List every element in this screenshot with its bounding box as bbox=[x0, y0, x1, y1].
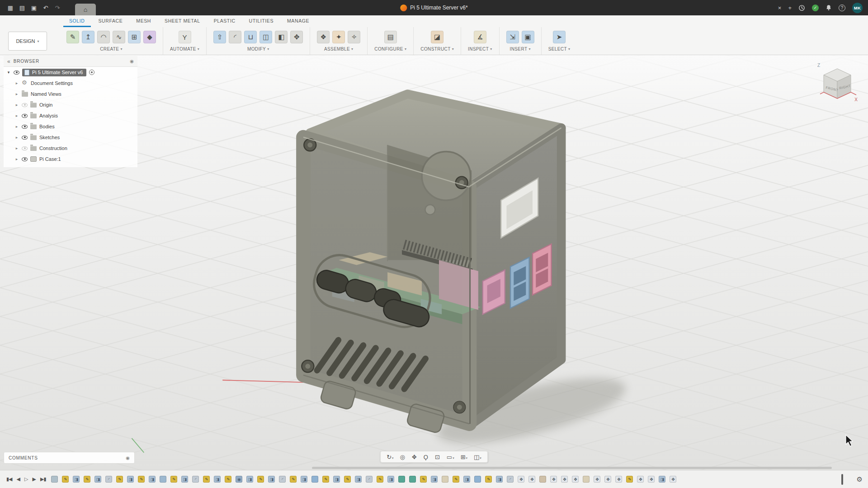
redo-icon[interactable]: ↷ bbox=[52, 0, 63, 15]
timeline-scrollbar[interactable] bbox=[312, 467, 832, 469]
visibility-eye-icon[interactable] bbox=[22, 136, 28, 140]
timeline-feature-icon[interactable] bbox=[409, 476, 416, 483]
app-menu-icon[interactable]: ▦ bbox=[5, 0, 16, 15]
timeline-feature-icon[interactable] bbox=[507, 476, 514, 483]
timeline-feature-icon[interactable] bbox=[561, 476, 568, 483]
rectangular-pattern-icon[interactable]: ⊞ bbox=[128, 31, 141, 43]
timeline-feature-icon[interactable] bbox=[105, 476, 112, 483]
timeline-feature-icon[interactable] bbox=[398, 476, 405, 483]
step-forward-button[interactable]: ▶ bbox=[31, 476, 36, 482]
pan-icon[interactable]: ✥ bbox=[410, 453, 420, 461]
expand-arrow-icon[interactable]: ▸ bbox=[14, 113, 19, 118]
expand-arrow-icon[interactable]: ▸ bbox=[14, 157, 19, 161]
viewports-icon[interactable]: ◫▾ bbox=[472, 453, 484, 461]
workspace-selector[interactable]: DESIGN▾ bbox=[8, 32, 47, 51]
browser-item[interactable]: ▸ Analysis bbox=[4, 110, 137, 121]
workspace-tab[interactable]: PLASTIC bbox=[208, 15, 241, 27]
timeline-feature-icon[interactable] bbox=[377, 476, 383, 483]
comments-bar[interactable]: COMMENTS ◉ bbox=[4, 452, 135, 464]
viewcube[interactable]: Z FRONT RIGHT X bbox=[815, 60, 860, 115]
help-icon[interactable]: ? bbox=[839, 5, 845, 11]
create-sketch-icon[interactable]: ✎ bbox=[66, 31, 79, 43]
timeline-feature-icon[interactable] bbox=[160, 476, 166, 483]
workspace-tab[interactable]: MESH bbox=[130, 15, 157, 27]
insert-menu[interactable]: INSERT▾ bbox=[510, 47, 531, 52]
timeline-feature-icon[interactable] bbox=[94, 476, 101, 483]
close-tab-icon[interactable]: × bbox=[778, 5, 782, 11]
browser-item[interactable]: ▸ Origin bbox=[4, 99, 137, 110]
automate-menu[interactable]: AUTOMATE▾ bbox=[170, 47, 199, 52]
visibility-eye-icon[interactable] bbox=[22, 103, 28, 107]
timeline-feature-icon[interactable] bbox=[333, 476, 340, 483]
timeline-feature-icon[interactable] bbox=[550, 476, 557, 483]
timeline-feature-icon[interactable] bbox=[84, 476, 90, 483]
profile-badge[interactable]: MK bbox=[852, 3, 863, 13]
timeline-feature-icon[interactable] bbox=[51, 476, 58, 483]
revolve-icon[interactable]: ◠ bbox=[97, 31, 110, 43]
timeline-feature-icon[interactable] bbox=[539, 476, 546, 483]
timeline-feature-icon[interactable] bbox=[594, 476, 600, 483]
display-settings-icon[interactable]: ▭▾ bbox=[444, 453, 457, 461]
visibility-eye-icon[interactable] bbox=[22, 157, 28, 161]
joint-icon[interactable]: ✦ bbox=[332, 31, 345, 43]
save-icon[interactable]: ▣ bbox=[28, 0, 40, 15]
zoom-icon[interactable]: Ϙ bbox=[421, 453, 431, 461]
file-menu-icon[interactable]: ▤ bbox=[16, 0, 28, 15]
workspace-tab[interactable]: MANAGE bbox=[281, 15, 315, 27]
construct-menu[interactable]: CONSTRUCT▾ bbox=[420, 47, 454, 52]
root-selection-highlight[interactable]: Pi 5 Ultimate Server v6 bbox=[22, 69, 86, 76]
expand-arrow-icon[interactable]: ▸ bbox=[14, 124, 19, 129]
timeline-feature-icon[interactable] bbox=[62, 476, 69, 483]
configure-menu[interactable]: CONFIGURE▾ bbox=[374, 47, 406, 52]
create-menu[interactable]: CREATE▾ bbox=[100, 47, 123, 52]
browser-item[interactable]: ▸ Named Views bbox=[4, 89, 137, 99]
workspace-tab[interactable]: SHEET METAL bbox=[159, 15, 206, 27]
move-copy-icon[interactable]: ✥ bbox=[290, 31, 303, 43]
go-to-end-button[interactable]: ▶▮ bbox=[39, 476, 47, 482]
browser-item[interactable]: ▸ Sketches bbox=[4, 132, 137, 143]
visibility-eye-icon[interactable] bbox=[22, 125, 28, 129]
timeline-feature-icon[interactable] bbox=[648, 476, 655, 483]
timeline-feature-icon[interactable] bbox=[485, 476, 492, 483]
job-status-icon[interactable]: ✓ bbox=[812, 5, 819, 11]
timeline-settings-icon[interactable]: ⚙ bbox=[857, 475, 863, 483]
timeline-position-marker[interactable] bbox=[841, 474, 843, 485]
timeline-feature-icon[interactable] bbox=[170, 476, 177, 483]
new-tab-icon[interactable]: + bbox=[788, 5, 792, 11]
expand-arrow-icon[interactable]: ▾ bbox=[6, 70, 11, 75]
browser-item[interactable]: ▸ Pi Case:1 bbox=[4, 154, 137, 164]
timeline-feature-icon[interactable] bbox=[127, 476, 134, 483]
undo-icon[interactable]: ↶ bbox=[40, 0, 52, 15]
timeline-feature-icon[interactable] bbox=[453, 476, 459, 483]
timeline-feature-icon[interactable] bbox=[279, 476, 286, 483]
timeline-feature-icon[interactable] bbox=[637, 476, 644, 483]
visibility-eye-icon[interactable] bbox=[22, 114, 28, 118]
timeline-feature-icon[interactable] bbox=[225, 476, 231, 483]
sweep-icon[interactable]: ∿ bbox=[113, 31, 125, 43]
fit-icon[interactable]: ⊡ bbox=[433, 453, 443, 461]
notifications-bell-icon[interactable] bbox=[826, 5, 832, 11]
timeline-feature-icon[interactable] bbox=[149, 476, 156, 483]
timeline-feature-icon[interactable] bbox=[290, 476, 297, 483]
inspect-menu[interactable]: INSPECT▾ bbox=[468, 47, 492, 52]
timeline-feature-icon[interactable] bbox=[604, 476, 611, 483]
visibility-eye-icon[interactable] bbox=[22, 146, 28, 150]
insert-derive-icon[interactable]: ⇲ bbox=[506, 31, 519, 43]
timeline-feature-icon[interactable] bbox=[355, 476, 362, 483]
construct-plane-icon[interactable]: ◪ bbox=[431, 31, 443, 43]
joint-origin-icon[interactable]: ✧ bbox=[348, 31, 360, 43]
timeline-feature-icon[interactable] bbox=[626, 476, 633, 483]
timeline-feature-icon[interactable] bbox=[528, 476, 535, 483]
timeline-feature-icon[interactable] bbox=[344, 476, 351, 483]
expand-arrow-icon[interactable]: ▸ bbox=[14, 146, 19, 150]
workspace-tab[interactable]: SOLID bbox=[63, 15, 91, 27]
insert-canvas-icon[interactable]: ▣ bbox=[522, 31, 534, 43]
timeline-feature-icon[interactable] bbox=[236, 476, 242, 483]
timeline-feature-icon[interactable] bbox=[615, 476, 622, 483]
workspace-tab[interactable]: SURFACE bbox=[93, 15, 129, 27]
timeline-feature-icon[interactable] bbox=[659, 476, 665, 483]
timeline-feature-icon[interactable] bbox=[463, 476, 470, 483]
timeline-feature-icon[interactable] bbox=[572, 476, 579, 483]
browser-item[interactable]: ▸ Document Settings bbox=[4, 78, 137, 89]
comments-expand-icon[interactable]: ◉ bbox=[126, 455, 130, 460]
